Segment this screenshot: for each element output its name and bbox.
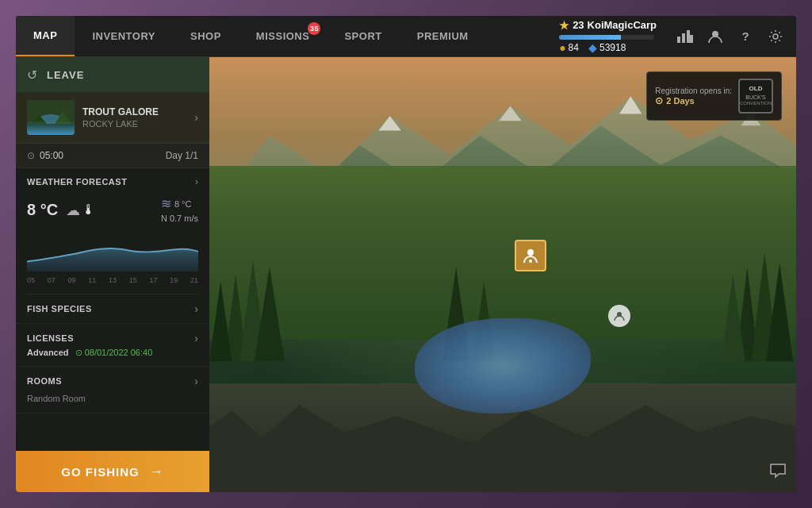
licenses-header: LICENSES › [27, 332, 198, 344]
map-background: Registration opens in: ⊙ 2 Days OLD BUCK… [209, 57, 796, 492]
leave-label: LEAVE [47, 69, 84, 81]
coin-icon: ● [559, 41, 565, 54]
registration-widget: Registration opens in: ⊙ 2 Days OLD BUCK… [646, 71, 782, 121]
nav-icons: ? [665, 22, 796, 51]
weather-chart [27, 232, 198, 271]
chart-label-17: 17 [149, 276, 157, 284]
tab-missions[interactable]: MISSIONS 35 [239, 16, 327, 56]
go-fishing-label: GO FISHING [61, 465, 139, 479]
fish-species-title: FISH SPECIES [27, 304, 92, 314]
nav-tabs: MAP INVENTORY SHOP MISSIONS 35 SPORT PRE… [16, 16, 486, 56]
weather-chevron-icon: › [195, 176, 198, 187]
wind-icon: ≋ [161, 195, 171, 213]
settings-button[interactable] [761, 22, 790, 51]
coins-display: ● 84 [559, 41, 579, 54]
tab-map[interactable]: MAP [16, 16, 75, 56]
svg-point-30 [529, 260, 532, 263]
rooms-chevron-icon: › [194, 375, 198, 387]
currencies: ● 84 ◆ 53918 [559, 41, 657, 54]
day-display: Day 1/1 [166, 150, 198, 161]
location-name: TROUT GALORE [82, 106, 194, 117]
svg-rect-3 [690, 35, 693, 43]
chart-label-21: 21 [190, 276, 198, 284]
nav-bar: MAP INVENTORY SHOP MISSIONS 35 SPORT PRE… [16, 16, 796, 57]
weather-main: 8 °C ☁ 🌡 ≋ 8 °C N 0.7 m/s [27, 195, 198, 225]
main-content: ↺ LEAVE TROUT GALORE ROCKY LAKE [16, 57, 796, 492]
chart-labels: 05 07 09 11 13 15 17 19 21 [27, 275, 198, 286]
svg-marker-28 [209, 405, 796, 492]
map-area: Registration opens in: ⊙ 2 Days OLD BUCK… [209, 57, 796, 492]
thermometer-icon: 🌡 [82, 202, 96, 218]
license-date: ⊙ 08/01/2022 06:40 [75, 348, 153, 358]
user-info-block: ★ 23 KoiMagicCarp ● 84 ◆ 53918 [559, 19, 657, 54]
chart-label-05: 05 [27, 276, 35, 284]
weather-section-header[interactable]: WEATHER FORECAST › [16, 168, 209, 192]
licenses-block[interactable]: LICENSES › Advanced ⊙ 08/01/2022 06:40 [16, 324, 209, 367]
chart-label-09: 09 [67, 276, 75, 284]
reg-label: Registration opens in: [655, 87, 732, 95]
tab-premium[interactable]: PREMIUM [400, 16, 486, 56]
go-fishing-button[interactable]: GO FISHING → [16, 451, 209, 492]
weather-icons: ☁ 🌡 [66, 202, 96, 219]
help-button[interactable]: ? [731, 22, 760, 51]
svg-rect-8 [27, 124, 75, 135]
wind-display: ≋ 8 °C N 0.7 m/s [161, 195, 198, 225]
rooms-block[interactable]: ROOMS › Random Room [16, 367, 209, 414]
time-row: ⊙ 05:00 Day 1/1 [16, 144, 209, 168]
chart-label-07: 07 [48, 276, 56, 284]
svg-rect-1 [682, 33, 685, 43]
location-block[interactable]: TROUT GALORE ROCKY LAKE › [16, 92, 209, 144]
licenses-chevron-icon: › [194, 332, 198, 344]
location-sub: ROCKY LAKE [82, 119, 194, 129]
chart-label-11: 11 [88, 276, 96, 284]
tab-sport[interactable]: SPORT [327, 16, 399, 56]
game-window: MAP INVENTORY SHOP MISSIONS 35 SPORT PRE… [16, 16, 796, 492]
left-panel: ↺ LEAVE TROUT GALORE ROCKY LAKE [16, 57, 209, 492]
svg-point-29 [527, 249, 534, 256]
chevron-right-icon: › [194, 111, 198, 124]
cloud-icon: ☁ [66, 202, 80, 219]
nav-user: ★ 23 KoiMagicCarp ● 84 ◆ 53918 [551, 19, 665, 54]
player-marker-1[interactable] [515, 240, 546, 271]
license-detail-row: Advanced ⊙ 08/01/2022 06:40 [27, 348, 198, 358]
svg-rect-2 [687, 30, 690, 43]
svg-marker-21 [209, 282, 232, 361]
time-display: ⊙ 05:00 [27, 150, 63, 161]
missions-badge: 35 [308, 22, 320, 35]
chart-label-19: 19 [170, 276, 178, 284]
licenses-title: LICENSES [27, 333, 74, 343]
temperature-display: 8 °C [27, 201, 58, 219]
license-type: Advanced [27, 348, 69, 357]
gem-icon: ◆ [588, 41, 597, 54]
reg-text-block: Registration opens in: ⊙ 2 Days [655, 87, 732, 106]
tab-inventory[interactable]: INVENTORY [75, 16, 173, 56]
location-info: TROUT GALORE ROCKY LAKE [75, 106, 194, 129]
fish-species-row[interactable]: FISH SPECIES › [16, 294, 209, 324]
profile-button[interactable] [701, 22, 730, 51]
xp-bar [559, 35, 654, 40]
leaderboard-button[interactable] [671, 22, 699, 51]
chat-button[interactable] [769, 463, 787, 483]
tab-shop[interactable]: SHOP [173, 16, 239, 56]
svg-point-5 [773, 34, 778, 39]
leave-button[interactable]: ↺ LEAVE [16, 57, 209, 92]
fish-species-chevron-icon: › [194, 302, 198, 315]
star-icon: ★ [559, 19, 569, 32]
chart-label-13: 13 [109, 276, 117, 284]
reg-time: ⊙ 2 Days [655, 95, 732, 106]
panel-spacer [16, 414, 209, 451]
weather-title: WEATHER FORECAST [27, 177, 127, 187]
reg-logo: OLD BUCK'S CONVENTION [738, 79, 773, 114]
location-thumbnail [27, 100, 75, 135]
gems-display: ◆ 53918 [588, 41, 626, 54]
rooms-title: ROOMS [27, 376, 62, 386]
chart-label-15: 15 [129, 276, 137, 284]
reg-clock-icon: ⊙ [655, 95, 663, 106]
xp-fill [559, 35, 621, 40]
username-display: ★ 23 KoiMagicCarp [559, 19, 657, 32]
svg-rect-0 [677, 37, 680, 43]
rooms-name: Random Room [27, 394, 86, 403]
back-arrow-icon: ↺ [27, 67, 37, 83]
go-fishing-arrow-icon: → [149, 464, 164, 480]
clock-icon: ⊙ [27, 150, 35, 161]
